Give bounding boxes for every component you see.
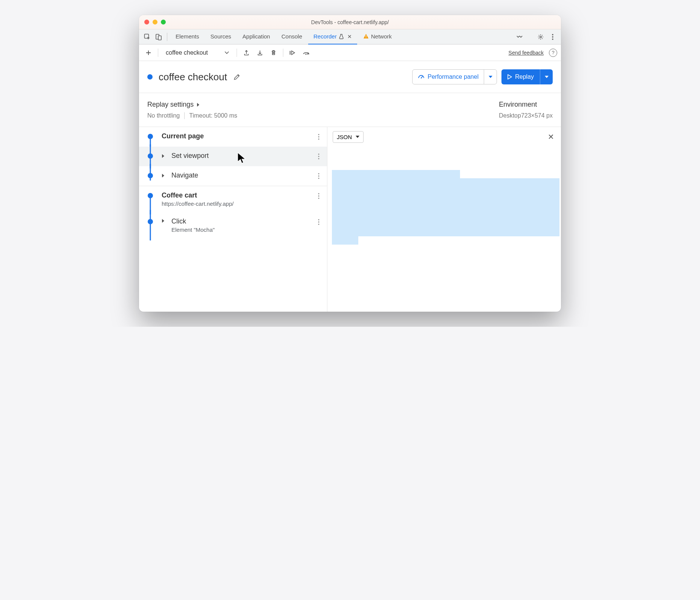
panel-tabs: Elements Sources Application Console Rec… (139, 29, 561, 44)
step-set-viewport[interactable]: Set viewport (139, 147, 327, 166)
replay-dropdown[interactable] (540, 69, 553, 84)
recording-title: coffee checkout (159, 71, 227, 83)
more-vertical-icon[interactable] (547, 32, 558, 42)
throttling-value: No throttling (147, 112, 180, 119)
tab-console[interactable]: Console (276, 29, 307, 44)
step-click[interactable]: Click Element "Mocha" (139, 212, 327, 238)
settings-gear-icon[interactable] (535, 32, 546, 42)
chevron-down-icon (356, 136, 359, 138)
step-title: Coffee cart (162, 191, 197, 199)
flask-icon (339, 34, 344, 39)
step-menu-icon[interactable] (316, 171, 321, 181)
recording-select[interactable]: coffee checkout (162, 47, 233, 58)
chevron-right-icon[interactable] (162, 173, 168, 178)
close-code-icon[interactable]: ✕ (546, 131, 556, 143)
step-menu-icon[interactable] (316, 191, 321, 201)
tab-elements[interactable]: Elements (170, 29, 205, 44)
replay-settings-toggle[interactable]: Replay settings (147, 101, 499, 109)
step-title: Current page (162, 132, 204, 140)
titlebar: DevTools - coffee-cart.netlify.app/ (139, 15, 561, 29)
step-subtitle: Element "Mocha" (171, 227, 215, 233)
svg-rect-3 (365, 35, 366, 37)
environment-device: Desktop (499, 112, 521, 119)
chevron-right-icon[interactable] (162, 219, 168, 223)
step-title: Navigate (171, 171, 198, 179)
step-coffee-cart[interactable]: Coffee cart https://coffee-cart.netlify.… (139, 186, 327, 212)
step-group: Coffee cart https://coffee-cart.netlify.… (139, 186, 327, 238)
svg-point-25 (318, 221, 319, 222)
svg-point-17 (318, 158, 319, 159)
edit-title-icon[interactable] (233, 73, 241, 81)
step-play-icon[interactable] (287, 47, 298, 58)
tab-application[interactable]: Application (237, 29, 275, 44)
step-dot-icon (148, 134, 153, 139)
code-body[interactable] (327, 145, 561, 312)
step-current-page[interactable]: Current page (139, 127, 327, 147)
svg-point-21 (318, 193, 319, 194)
format-select[interactable]: JSON (333, 131, 364, 143)
replay-label: Replay (515, 73, 534, 80)
svg-point-5 (540, 36, 542, 38)
tab-sources[interactable]: Sources (205, 29, 237, 44)
recording-header: coffee checkout Performance panel Replay (139, 61, 561, 93)
chevron-down-icon (225, 51, 229, 54)
play-icon (507, 74, 512, 80)
replay-main[interactable]: Replay (501, 73, 540, 80)
send-feedback-link[interactable]: Send feedback (509, 50, 544, 56)
svg-point-12 (318, 134, 319, 135)
divider (237, 49, 237, 57)
window-maximize-button[interactable] (161, 20, 166, 24)
import-icon[interactable] (254, 47, 266, 58)
settings-bar: Replay settings No throttling Timeout: 5… (139, 93, 561, 127)
step-dot-icon (148, 219, 153, 224)
overflow-tabs-icon[interactable] (514, 32, 525, 42)
window-title: DevTools - coffee-cart.netlify.app/ (139, 19, 561, 25)
svg-point-16 (318, 156, 319, 157)
divider (158, 49, 158, 57)
tab-network[interactable]: Network (358, 29, 397, 44)
close-tab-icon[interactable]: ✕ (347, 34, 352, 40)
step-menu-icon[interactable] (316, 132, 321, 141)
recording-name-label: coffee checkout (166, 49, 208, 56)
svg-point-6 (552, 34, 553, 35)
export-icon[interactable] (241, 47, 252, 58)
performance-panel-button: Performance panel (412, 69, 497, 84)
tab-recorder[interactable]: Recorder ✕ (308, 29, 357, 44)
svg-point-22 (318, 195, 319, 196)
replay-button: Replay (501, 69, 553, 84)
performance-panel-dropdown[interactable] (484, 70, 497, 84)
svg-point-13 (318, 136, 319, 137)
warning-icon (363, 34, 369, 39)
step-menu-icon[interactable] (316, 217, 321, 227)
svg-point-18 (318, 173, 319, 174)
recorder-toolbar: coffee checkout Send feedback ? (139, 44, 561, 61)
divider (184, 112, 185, 119)
help-icon[interactable]: ? (549, 49, 557, 57)
inspect-element-icon[interactable] (142, 32, 153, 42)
svg-point-24 (318, 219, 319, 220)
svg-point-15 (318, 153, 319, 155)
performance-panel-main[interactable]: Performance panel (413, 73, 484, 80)
steps-column: Current page Set viewport (139, 127, 327, 312)
window-minimize-button[interactable] (153, 20, 157, 24)
window-close-button[interactable] (144, 20, 149, 24)
new-recording-icon[interactable] (143, 47, 154, 58)
replay-settings-label: Replay settings (147, 101, 194, 109)
traffic-lights (144, 20, 166, 24)
svg-rect-4 (365, 37, 366, 38)
svg-point-11 (421, 78, 422, 79)
step-navigate[interactable]: Navigate (139, 166, 327, 186)
step-menu-icon[interactable] (316, 152, 321, 161)
step-dot-icon (148, 153, 153, 159)
svg-point-10 (305, 54, 306, 55)
delete-icon[interactable] (268, 47, 279, 58)
svg-point-19 (318, 175, 319, 176)
performance-panel-label: Performance panel (428, 73, 478, 80)
device-toggle-icon[interactable] (153, 32, 164, 42)
tab-label: Console (281, 33, 302, 40)
environment-size: 723×574 px (521, 112, 553, 119)
step-over-icon[interactable] (301, 47, 312, 58)
step-subtitle: https://coffee-cart.netlify.app/ (162, 201, 234, 207)
chevron-right-icon[interactable] (162, 154, 168, 158)
tab-label: Network (371, 33, 392, 40)
